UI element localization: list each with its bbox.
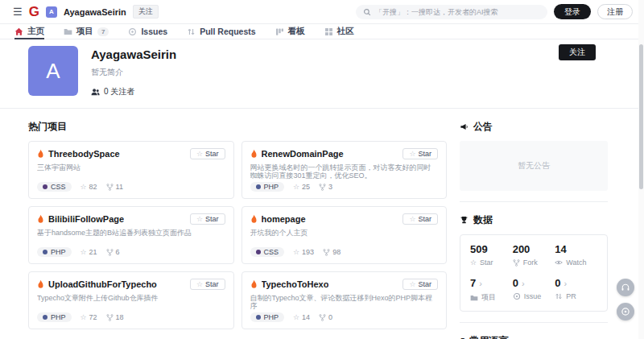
login-button[interactable]: 登录 xyxy=(554,4,591,19)
star-button[interactable]: ☆Star xyxy=(402,148,438,159)
scrollbar-thumb[interactable] xyxy=(639,44,643,189)
flame-icon xyxy=(37,149,44,159)
stats-title: 数据 xyxy=(473,213,493,227)
project-description: 网站更换域名时的一个跳转提示页面，对访客友好的同时蜘蛛访问直接301重定向，优化… xyxy=(250,163,439,180)
project-card: BilibiliFollowPage ☆Star 基于handsome主题的B站… xyxy=(28,206,234,264)
fork-icon xyxy=(106,184,114,191)
language-dot xyxy=(256,184,261,189)
announcement-title-row: 公告 xyxy=(460,120,608,134)
flame-icon xyxy=(37,214,44,224)
star-button[interactable]: ☆Star xyxy=(402,279,438,290)
star-button[interactable]: ☆Star xyxy=(402,213,438,225)
star-button[interactable]: ☆Star xyxy=(190,213,225,225)
fork-icon xyxy=(106,249,114,256)
project-name-link[interactable]: RenewDomainPage xyxy=(262,149,344,159)
pull-request-icon xyxy=(187,27,196,36)
follow-button[interactable]: 关注 xyxy=(559,44,596,60)
tab-label: Pull Requests xyxy=(200,27,255,36)
fork-icon xyxy=(513,259,520,267)
eye-icon xyxy=(555,258,563,267)
main-column: 热门项目 ThreebodySpace ☆Star 三体宇宙网站 CSS ☆82… xyxy=(28,109,447,339)
popular-projects-grid: ThreebodySpace ☆Star 三体宇宙网站 CSS ☆82 11 R… xyxy=(28,141,447,329)
user-avatar-small[interactable]: A xyxy=(46,6,57,18)
star-count: ☆21 xyxy=(80,248,97,256)
fork-icon xyxy=(323,249,330,256)
stats-card: 509 ☆Star 200 Fork 14 Watch 7› 项目 0› Iss… xyxy=(460,234,608,312)
stat-prs-link[interactable]: 0› PR xyxy=(555,277,597,303)
fork-count: 3 xyxy=(319,183,332,191)
star-button[interactable]: ☆Star xyxy=(190,148,225,159)
language-pill: CSS xyxy=(37,182,72,192)
sidebar: 公告 暂无公告 数据 509 ☆Star 200 Fork 14 Watch xyxy=(460,109,608,339)
gitee-logo[interactable]: G xyxy=(29,5,39,19)
search-input[interactable] xyxy=(375,8,540,16)
topbar: ☰ G A AyagawaSeirin 关注 登录 注册 xyxy=(0,0,644,24)
service-float-button[interactable] xyxy=(617,279,634,296)
topbar-username[interactable]: AyagawaSeirin xyxy=(64,7,126,17)
star-icon: ☆ xyxy=(409,280,415,288)
tab-issues[interactable]: Issues xyxy=(128,24,167,39)
star-button[interactable]: ☆Star xyxy=(190,279,225,290)
issue-icon xyxy=(513,292,521,300)
star-icon: ☆ xyxy=(409,150,415,158)
project-name-link[interactable]: homepage xyxy=(262,214,306,224)
project-name-link[interactable]: BilibiliFollowPage xyxy=(48,214,124,224)
chevron-right-icon: › xyxy=(564,279,568,288)
tab-pull-requests[interactable]: Pull Requests xyxy=(187,24,255,39)
project-card: UploadGithubForTypecho ☆Star Typecho文章附件… xyxy=(28,271,234,329)
star-icon: ☆ xyxy=(293,248,299,256)
stat-issues-link[interactable]: 0› Issue xyxy=(513,277,555,303)
profile-bio: 暂无简介 xyxy=(91,67,176,78)
project-name-link[interactable]: UploadGithubForTypecho xyxy=(48,279,157,289)
tab-home[interactable]: 主页 xyxy=(14,24,44,39)
stat-projects-link[interactable]: 7› 项目 xyxy=(470,277,513,303)
followers-row[interactable]: 0 关注者 xyxy=(91,86,176,97)
fork-icon xyxy=(319,184,326,191)
tab-label: 项目 xyxy=(76,26,93,37)
project-name-link[interactable]: TypechoToHexo xyxy=(262,279,329,289)
star-count: ☆193 xyxy=(293,248,314,256)
chevron-right-icon: › xyxy=(479,279,482,288)
stat-star: 509 ☆Star xyxy=(470,243,513,267)
project-description: 开坑我的个人主页 xyxy=(250,229,439,245)
star-icon: ☆ xyxy=(80,183,87,191)
project-description: 基于handsome主题的B站追番列表独立页面作品 xyxy=(37,229,225,245)
tab-community[interactable]: 社区 xyxy=(324,24,354,39)
fork-count: 98 xyxy=(323,248,341,256)
scrollbar-track[interactable] xyxy=(638,0,644,339)
language-pill: PHP xyxy=(37,247,72,257)
kanban-icon xyxy=(275,27,284,36)
user-avatar-large[interactable]: A xyxy=(28,46,78,96)
register-button[interactable]: 注册 xyxy=(597,4,633,19)
star-icon: ☆ xyxy=(196,280,203,288)
issue-icon xyxy=(128,27,137,36)
tab-label: 看板 xyxy=(288,26,305,37)
project-name-link[interactable]: ThreebodySpace xyxy=(48,149,120,159)
tab-projects[interactable]: 项目 7 xyxy=(64,24,109,39)
tab-kanban[interactable]: 看板 xyxy=(275,24,305,39)
flame-icon xyxy=(250,149,258,159)
circle-dot-icon xyxy=(621,307,630,316)
project-card: RenewDomainPage ☆Star 网站更换域名时的一个跳转提示页面，对… xyxy=(242,141,448,199)
stats-title-row: 数据 xyxy=(460,213,608,227)
language-dot xyxy=(256,315,261,320)
sidebar-divider xyxy=(460,201,608,202)
profile-nav-tabs: 主页 项目 7 Issues Pull Requests 看板 社区 xyxy=(0,24,644,39)
tab-label: Issues xyxy=(141,27,167,36)
star-count: ☆72 xyxy=(80,313,97,321)
menu-icon[interactable]: ☰ xyxy=(13,6,23,17)
megaphone-icon xyxy=(460,122,469,131)
language-pill: PHP xyxy=(37,312,72,322)
fork-count: 11 xyxy=(106,183,123,191)
followers-count: 0 关注者 xyxy=(104,86,134,97)
feedback-float-button[interactable] xyxy=(617,303,634,320)
topbar-follow-chip[interactable]: 关注 xyxy=(133,5,159,19)
language-pill: PHP xyxy=(250,312,285,322)
search-box[interactable] xyxy=(356,5,547,19)
star-icon: ☆ xyxy=(470,258,477,267)
star-icon: ☆ xyxy=(80,248,87,256)
star-icon: ☆ xyxy=(80,313,87,321)
stat-watch: 14 Watch xyxy=(555,243,597,267)
tab-label: 社区 xyxy=(337,26,354,37)
popular-projects-title: 热门项目 xyxy=(28,120,447,134)
